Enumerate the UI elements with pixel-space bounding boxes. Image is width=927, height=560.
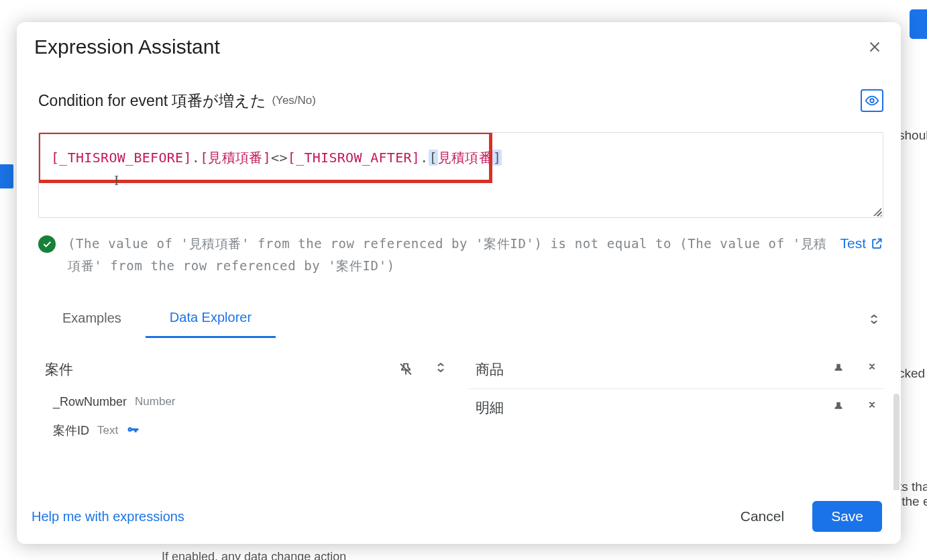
- column-row[interactable]: _RowNumber Number: [38, 388, 453, 416]
- explorer-right-column: 商品 明細: [469, 351, 883, 445]
- preview-toggle[interactable]: [861, 89, 883, 112]
- expression-assistant-dialog: Expression Assistant Condition for event…: [17, 22, 901, 544]
- expand-icon: [866, 400, 878, 412]
- svg-point-0: [870, 99, 874, 103]
- tab-data-explorer[interactable]: Data Explorer: [146, 300, 276, 338]
- column-name: 案件ID: [53, 423, 89, 439]
- column-row[interactable]: 案件ID Text: [38, 416, 453, 445]
- validation-message: (The value of '見積項番' from the row refere…: [68, 233, 828, 278]
- table-row-actions: [398, 361, 447, 378]
- expr-selection-close: ]: [492, 150, 502, 166]
- modal-footer: Help me with expressions Cancel Save: [17, 490, 901, 544]
- pin-off-icon: [398, 361, 414, 378]
- explorer-left-column: 案件 _RowNumber Number: [38, 351, 453, 445]
- condition-row: Condition for event 項番が増えた (Yes/No): [38, 89, 883, 112]
- tab-examples[interactable]: Examples: [38, 301, 146, 337]
- table-row-actions: [831, 400, 878, 416]
- expr-token: .: [420, 150, 428, 166]
- column-name: _RowNumber: [53, 395, 127, 409]
- table-name: 案件: [45, 360, 388, 379]
- expr-token: .: [192, 150, 200, 166]
- save-button[interactable]: Save: [812, 501, 882, 532]
- cancel-button[interactable]: Cancel: [724, 502, 800, 531]
- column-type: Number: [135, 395, 175, 408]
- modal-title: Expression Assistant: [34, 36, 220, 58]
- key-icon: [126, 424, 140, 437]
- condition-type: (Yes/No): [272, 94, 316, 107]
- condition-label: Condition for event 項番が増えた: [38, 91, 266, 111]
- expr-token: 見積項番: [438, 150, 492, 166]
- validation-status-ok: [38, 235, 56, 253]
- pin-button[interactable]: [831, 361, 846, 378]
- table-row-actions: [831, 361, 878, 378]
- tab-bar: Examples Data Explorer: [38, 300, 883, 339]
- expr-selection-open: [: [429, 150, 438, 166]
- expand-icon: [866, 361, 878, 374]
- unpin-button[interactable]: [398, 361, 414, 378]
- collapse-all-button[interactable]: [867, 313, 881, 326]
- table-row-anken[interactable]: 案件: [38, 351, 453, 388]
- collapse-all-icon: [867, 313, 881, 326]
- column-type: Text: [97, 424, 118, 437]
- pin-icon: [831, 361, 846, 378]
- expr-token: <>: [271, 150, 288, 166]
- validation-row: (The value of '見積項番' from the row refere…: [38, 233, 883, 278]
- modal-backdrop: Expression Assistant Condition for event…: [0, 0, 927, 560]
- checkmark-icon: [42, 239, 52, 249]
- pin-icon: [831, 400, 846, 416]
- table-name: 商品: [476, 360, 822, 379]
- expand-table-button[interactable]: [866, 361, 878, 378]
- text-cursor-icon: I: [114, 172, 119, 189]
- close-button[interactable]: [863, 36, 886, 58]
- table-name: 明細: [476, 398, 822, 417]
- expression-editor[interactable]: [_THISROW_BEFORE].[見積項番]<>[_THISROW_AFTE…: [38, 132, 883, 218]
- modal-header: Expression Assistant: [17, 22, 901, 58]
- open-external-icon: [870, 237, 883, 250]
- table-row-meisai[interactable]: 明細: [469, 388, 883, 427]
- collapse-table-button[interactable]: [434, 361, 447, 378]
- expr-token: [見積項番]: [200, 150, 271, 166]
- collapse-icon: [434, 361, 447, 374]
- pin-button[interactable]: [831, 400, 846, 416]
- help-link[interactable]: Help me with expressions: [32, 509, 184, 524]
- test-label: Test: [840, 235, 866, 251]
- expr-token: [_THISROW_BEFORE]: [51, 150, 192, 166]
- eye-icon: [865, 93, 879, 108]
- close-icon: [867, 40, 882, 54]
- scrollbar-thumb[interactable]: [893, 394, 899, 490]
- modal-body: Condition for event 項番が増えた (Yes/No) [_TH…: [17, 58, 901, 490]
- expand-table-button[interactable]: [866, 400, 878, 416]
- test-button[interactable]: Test: [840, 235, 883, 251]
- expr-token: [_THISROW_AFTER]: [288, 150, 420, 166]
- table-row-shohin[interactable]: 商品: [469, 351, 883, 388]
- data-explorer: 案件 _RowNumber Number: [38, 351, 883, 445]
